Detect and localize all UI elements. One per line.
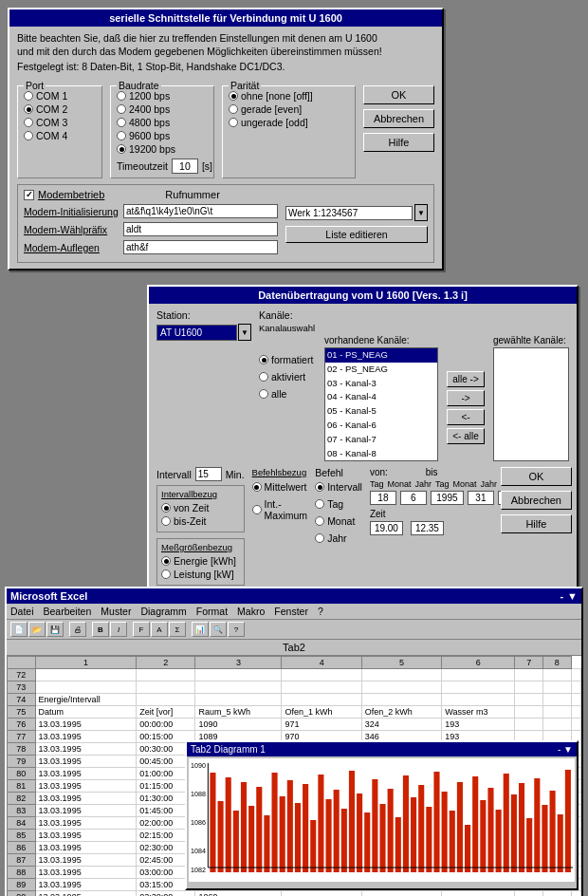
col-header-4[interactable]: 4 (282, 657, 361, 669)
kanal-item-02[interactable]: 02 - PS_NEAG (325, 363, 437, 377)
kanal-item-01[interactable]: 01 - PS_NEAG (325, 348, 437, 363)
cell[interactable]: 13.03.1995 (35, 731, 137, 743)
cell[interactable] (515, 706, 543, 719)
baud1200-radio[interactable] (117, 91, 126, 101)
bis-tag-input[interactable] (468, 491, 494, 505)
cell[interactable] (571, 706, 580, 719)
cell[interactable] (361, 681, 441, 694)
kanal-item-03[interactable]: 03 - Kanal-3 (325, 377, 437, 391)
cell[interactable]: 13.03.1995 (35, 867, 137, 879)
baud1200-option[interactable]: 1200 bps (117, 90, 208, 102)
cell[interactable] (442, 694, 515, 706)
modem-wahl-input[interactable] (123, 222, 278, 236)
menu-format[interactable]: Format (196, 606, 228, 617)
cell[interactable] (195, 669, 282, 681)
com2-option[interactable]: COM 2 (24, 103, 96, 115)
vorhandene-kanale-list[interactable]: 01 - PS_NEAG 02 - PS_NEAG 03 - Kanal-3 0… (324, 347, 438, 461)
ib-vonzeit-option[interactable]: von Zeit (161, 502, 240, 513)
station-dropdown-btn[interactable]: ▼ (238, 324, 251, 341)
cell[interactable] (571, 669, 580, 681)
cell[interactable] (137, 681, 195, 694)
win2-ok-button[interactable]: OK (501, 467, 572, 486)
parit-ohne-radio[interactable] (229, 91, 238, 101)
befehl-monat-radio[interactable] (315, 516, 324, 526)
menu-muster[interactable]: Muster (101, 606, 131, 617)
cell[interactable] (515, 669, 543, 681)
cell[interactable]: 13.03.1995 (35, 793, 137, 805)
cell[interactable]: 13.03.1995 (35, 780, 137, 793)
cell[interactable] (195, 681, 282, 694)
mess-energie-radio[interactable] (161, 556, 171, 566)
alle-rechts-btn[interactable]: alle -> (447, 371, 485, 387)
cell[interactable] (571, 694, 580, 706)
cell[interactable] (442, 681, 515, 694)
station-input[interactable]: AT U1600 (156, 325, 237, 341)
excel-min-btn[interactable]: - (560, 590, 563, 602)
rechts-btn[interactable]: -> (447, 390, 485, 406)
baud4800-option[interactable]: 4800 bps (117, 117, 208, 128)
abbrechen-button[interactable]: Abbrechen (363, 109, 434, 128)
baud2400-radio[interactable] (117, 104, 126, 114)
parit-ungerade-option[interactable]: ungerade [odd] (229, 117, 349, 128)
formatiert-option[interactable]: formatiert (259, 354, 321, 365)
cell[interactable] (282, 669, 361, 681)
com4-radio[interactable] (24, 131, 33, 140)
kanal-item-07[interactable]: 07 - Kanal-7 (325, 433, 437, 447)
befehl-tag-radio[interactable] (315, 499, 324, 509)
cell[interactable]: 03:30:00 (137, 891, 195, 897)
parit-ohne-option[interactable]: ohne [none [off]] (229, 90, 349, 102)
cell[interactable]: 193 (442, 719, 515, 731)
tb-f[interactable]: F (133, 622, 150, 637)
chart-close-btn[interactable]: ▼ (563, 744, 573, 755)
cell[interactable] (442, 891, 515, 897)
befehl-intervall-option[interactable]: Intervall (315, 481, 362, 493)
tb-new[interactable]: 📄 (10, 622, 28, 637)
parit-gerade-option[interactable]: gerade [even] (229, 103, 349, 115)
cell[interactable]: 13.03.1995 (35, 891, 137, 897)
col-header-1[interactable]: 1 (35, 657, 137, 669)
col-header-5[interactable]: 5 (361, 657, 441, 669)
menu-help[interactable]: ? (318, 606, 323, 617)
cell[interactable] (543, 681, 572, 694)
mess-leistung-radio[interactable] (161, 569, 171, 579)
links-btn[interactable]: <- (447, 409, 485, 425)
com3-option[interactable]: COM 3 (24, 117, 96, 128)
baud2400-option[interactable]: 2400 bps (117, 103, 208, 115)
menu-makro[interactable]: Makro (237, 606, 265, 617)
cell[interactable]: Ofen_1 kWh (282, 706, 361, 719)
tb-open[interactable]: 📂 (28, 622, 46, 637)
cell[interactable]: 13.03.1995 (35, 830, 137, 842)
parit-gerade-radio[interactable] (229, 104, 238, 114)
kanal-item-04[interactable]: 04 - Kanal-4 (325, 390, 437, 404)
befehl-tag-option[interactable]: Tag (315, 498, 362, 510)
win2-hilfe-button[interactable]: Hilfe (501, 514, 572, 533)
kanal-item-09[interactable]: 09 - Kanal-9 (325, 461, 437, 462)
modem-checkbox[interactable]: ✓ (24, 190, 34, 200)
rufnummer-dropdown-btn[interactable]: ▼ (414, 204, 428, 221)
alle-radio[interactable] (259, 389, 268, 399)
com1-option[interactable]: COM 1 (24, 90, 96, 102)
cell[interactable]: Raum_5 kWh (195, 706, 282, 719)
int-maximum-radio[interactable] (252, 505, 262, 514)
cell[interactable]: 13.03.1995 (35, 719, 137, 731)
cell[interactable] (442, 669, 515, 681)
cell[interactable]: 13.03.1995 (35, 768, 137, 780)
excel-close-btn[interactable]: ▼ (567, 590, 578, 602)
cell[interactable] (195, 694, 282, 706)
com1-radio[interactable] (24, 91, 33, 101)
cell[interactable]: 00:00:00 (137, 719, 195, 731)
aktiviert-option[interactable]: aktiviert (259, 371, 321, 383)
mittelwert-option[interactable]: Mittelwert (252, 481, 308, 493)
parit-ungerade-radio[interactable] (229, 118, 238, 127)
cell[interactable]: 13.03.1995 (35, 842, 137, 854)
von-tag-input[interactable] (370, 491, 396, 505)
com3-radio[interactable] (24, 118, 33, 127)
liste-editieren-button[interactable]: Liste editieren (285, 226, 428, 243)
tb-help2[interactable]: ? (228, 622, 245, 637)
alle-option[interactable]: alle (259, 388, 321, 400)
cell[interactable]: 1069 (195, 891, 282, 897)
cell[interactable] (361, 891, 441, 897)
befehl-jahr-radio[interactable] (315, 533, 324, 543)
cell[interactable] (282, 694, 361, 706)
aktiviert-radio[interactable] (259, 372, 268, 382)
